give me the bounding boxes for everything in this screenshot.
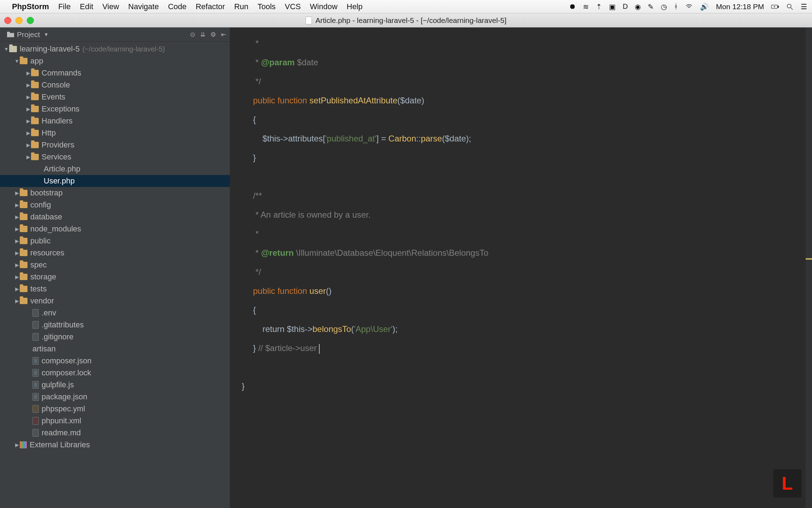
tree-external-libraries[interactable]: ▶ External Libraries	[0, 439, 230, 451]
code-line: * An article is owned by a user.	[236, 210, 371, 219]
notifications-icon[interactable]: ☰	[801, 2, 807, 11]
tree-file[interactable]: ▶ gulpfile.js	[0, 379, 230, 391]
tree-root-name: learning-laravel-5	[20, 43, 80, 55]
expand-arrow-icon[interactable]: ▶	[25, 139, 31, 151]
tree-folder[interactable]: ▶ database	[0, 211, 230, 223]
expand-arrow-icon[interactable]: ▶	[25, 127, 31, 139]
tree-file[interactable]: ▶ package.json	[0, 391, 230, 403]
expand-arrow-icon[interactable]: ▶	[25, 115, 31, 127]
tree-folder[interactable]: ▶ Providers	[0, 139, 230, 151]
menu-navigate[interactable]: Navigate	[128, 2, 159, 11]
collapse-icon[interactable]: ⇊	[200, 31, 205, 38]
tree-file[interactable]: ▶ composer.json	[0, 355, 230, 367]
tree-file[interactable]: ▶ .env	[0, 307, 230, 319]
tree-file[interactable]: ▶ phpunit.xml	[0, 415, 230, 427]
status-icon-1[interactable]: ⏺︎	[569, 2, 576, 11]
expand-arrow-icon[interactable]: ▶	[14, 271, 20, 283]
tree-folder[interactable]: ▶ Http	[0, 127, 230, 139]
menu-code[interactable]: Code	[168, 2, 187, 11]
expand-arrow-icon[interactable]: ▶	[14, 259, 20, 271]
menu-view[interactable]: View	[103, 2, 119, 11]
bluetooth-icon[interactable]: ᚼ	[674, 2, 678, 11]
tree-folder-app[interactable]: ▼ app	[0, 55, 230, 67]
expand-arrow-icon[interactable]: ▶	[25, 79, 31, 91]
expand-arrow-icon[interactable]: ▶	[14, 187, 20, 199]
expand-arrow-icon[interactable]: ▶	[14, 439, 20, 451]
hide-icon[interactable]: ⇤	[221, 31, 226, 38]
tree-folder[interactable]: ▶ public	[0, 235, 230, 247]
tree-folder[interactable]: ▶ vendor	[0, 295, 230, 307]
expand-arrow-icon[interactable]: ▶	[25, 151, 31, 163]
error-stripe[interactable]	[806, 28, 812, 508]
tree-file[interactable]: ▶ artisan	[0, 343, 230, 355]
tree-label: composer.json	[42, 355, 92, 367]
expand-arrow-icon[interactable]: ▶	[14, 235, 20, 247]
status-icon-2[interactable]: ≋	[583, 2, 589, 11]
expand-arrow-icon[interactable]: ▶	[14, 199, 20, 211]
tree-folder[interactable]: ▶ Handlers	[0, 115, 230, 127]
tree-folder[interactable]: ▶ Services	[0, 151, 230, 163]
tree-folder[interactable]: ▶ spec	[0, 259, 230, 271]
tree-file[interactable]: ▶ .gitignore	[0, 331, 230, 343]
locate-icon[interactable]: ⊙	[190, 31, 195, 38]
expand-arrow-icon[interactable]: ▶	[14, 295, 20, 307]
tree-root[interactable]: ▼ learning-laravel-5 (~/code/learning-la…	[0, 43, 230, 55]
menu-file[interactable]: File	[58, 2, 70, 11]
menu-vcs[interactable]: VCS	[285, 2, 301, 11]
app-name[interactable]: PhpStorm	[12, 2, 49, 11]
project-dropdown[interactable]: Project ▾	[4, 30, 51, 40]
tree-label: artisan	[32, 343, 56, 355]
tree-file[interactable]: ▶ phpspec.yml	[0, 403, 230, 415]
spotlight-icon[interactable]	[786, 3, 794, 11]
menu-edit[interactable]: Edit	[80, 2, 93, 11]
menubar-clock[interactable]: Mon 12:18 PM	[716, 2, 764, 11]
menu-refactor[interactable]: Refactor	[196, 2, 225, 11]
volume-icon[interactable]: 🔊	[700, 2, 709, 11]
tree-file[interactable]: ▶ Article.php	[0, 163, 230, 175]
status-icon-circle[interactable]: ◉	[635, 2, 641, 11]
battery-icon[interactable]	[771, 3, 779, 11]
tree-file[interactable]: ▶ User.php	[0, 175, 230, 187]
tree-folder[interactable]: ▶ tests	[0, 283, 230, 295]
status-icon-3[interactable]: ⇡	[596, 2, 602, 11]
menu-tools[interactable]: Tools	[258, 2, 276, 11]
status-icon-key[interactable]: ✎	[648, 2, 654, 11]
tree-folder[interactable]: ▶ Events	[0, 91, 230, 103]
project-tree[interactable]: ▼ learning-laravel-5 (~/code/learning-la…	[0, 42, 230, 508]
tree-folder[interactable]: ▶ resources	[0, 247, 230, 259]
expand-arrow-icon[interactable]: ▶	[25, 67, 31, 79]
expand-arrow-icon[interactable]: ▼	[14, 55, 20, 67]
expand-arrow-icon[interactable]: ▶	[14, 211, 20, 223]
tree-file[interactable]: ▶ composer.lock	[0, 367, 230, 379]
tree-folder[interactable]: ▶ bootstrap	[0, 187, 230, 199]
menu-window[interactable]: Window	[310, 2, 337, 11]
expand-arrow-icon[interactable]: ▶	[25, 103, 31, 115]
tree-label: .gitattributes	[42, 319, 84, 331]
svg-line-3	[791, 7, 793, 10]
expand-arrow-icon[interactable]: ▶	[14, 283, 20, 295]
tree-folder[interactable]: ▶ storage	[0, 271, 230, 283]
tree-label: storage	[30, 271, 56, 283]
status-icon-briefcase[interactable]: ▣	[609, 2, 616, 11]
ide-body: Project ▾ ⊙ ⇊ ⚙ ⇤ ▼ learning-laravel-5 (…	[0, 28, 812, 508]
code-editor[interactable]: * * @param $date */ public function setP…	[230, 28, 812, 508]
status-icon-clock[interactable]: ◷	[661, 2, 667, 11]
expand-arrow-icon[interactable]: ▼	[4, 43, 9, 55]
tree-file[interactable]: ▶ readme.md	[0, 427, 230, 439]
tree-folder[interactable]: ▶ node_modules	[0, 223, 230, 235]
laravel-badge[interactable]: L	[773, 469, 801, 497]
tree-folder[interactable]: ▶ Console	[0, 79, 230, 91]
gear-icon[interactable]: ⚙	[210, 31, 216, 38]
status-icon-d[interactable]: D	[623, 2, 628, 11]
expand-arrow-icon[interactable]: ▶	[25, 91, 31, 103]
menu-help[interactable]: Help	[347, 2, 363, 11]
tree-folder[interactable]: ▶ config	[0, 199, 230, 211]
tree-file[interactable]: ▶ .gitattributes	[0, 319, 230, 331]
expand-arrow-icon[interactable]: ▶	[14, 223, 20, 235]
folder-icon	[20, 298, 27, 304]
tree-folder[interactable]: ▶ Exceptions	[0, 103, 230, 115]
wifi-icon[interactable]	[685, 3, 693, 11]
menu-run[interactable]: Run	[234, 2, 248, 11]
expand-arrow-icon[interactable]: ▶	[14, 247, 20, 259]
tree-folder[interactable]: ▶ Commands	[0, 67, 230, 79]
